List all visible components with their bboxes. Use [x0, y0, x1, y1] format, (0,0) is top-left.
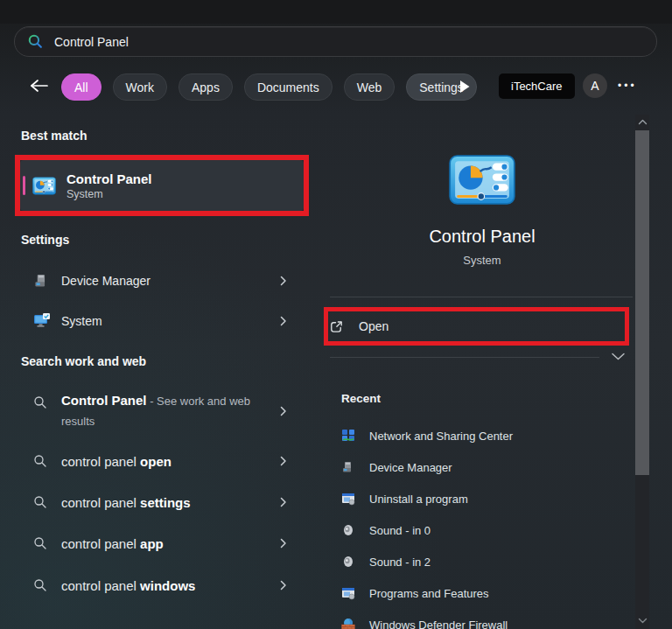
- divider: [330, 357, 599, 358]
- org-account-button[interactable]: iTechCare: [499, 73, 575, 99]
- tab-apps[interactable]: Apps: [178, 73, 233, 101]
- best-match-header: Best match: [21, 129, 87, 143]
- tab-all[interactable]: All: [61, 73, 102, 101]
- result-system[interactable]: System: [21, 304, 301, 338]
- divider: [330, 297, 633, 297]
- sound-icon: [341, 523, 355, 537]
- recent-item-uninstall-program[interactable]: Uninstall a program: [340, 486, 628, 512]
- recent-item-sound-2[interactable]: Sound - in 2: [340, 549, 628, 575]
- suggestion-open[interactable]: control panel open: [21, 444, 301, 478]
- search-suggestion-icon: [33, 395, 47, 409]
- search-web-section-header: Search work and web: [21, 354, 146, 368]
- result-device-manager[interactable]: Device Manager: [21, 264, 301, 297]
- chevron-right-icon: [280, 406, 287, 416]
- best-match-title: Control Panel: [66, 171, 152, 187]
- chevron-right-icon: [280, 316, 287, 326]
- recent-item-label: Device Manager: [369, 461, 452, 474]
- chevron-right-icon: [280, 580, 287, 591]
- search-icon: [27, 33, 44, 50]
- suggestion-label: control panel settings: [61, 495, 191, 510]
- suggestion-windows[interactable]: control panel windows: [21, 569, 301, 602]
- recent-item-label: Uninstall a program: [369, 493, 468, 506]
- search-suggestion-icon: [33, 454, 47, 468]
- suggestion-settings[interactable]: control panel settings: [21, 486, 301, 519]
- search-bar[interactable]: [14, 26, 657, 57]
- search-suggestion-icon: [33, 495, 47, 509]
- uninstall-program-icon: [341, 492, 355, 506]
- chevron-right-icon: [280, 456, 287, 466]
- more-options-button[interactable]: •••: [618, 73, 637, 98]
- suggestion-label: Control Panel - See work and web results: [61, 391, 276, 431]
- search-input[interactable]: [52, 34, 581, 50]
- recent-item-network-sharing[interactable]: Network and Sharing Center: [340, 423, 628, 449]
- recent-item-defender-firewall[interactable]: Windows Defender Firewall: [340, 612, 628, 629]
- recent-item-programs-features[interactable]: Programs and Features: [340, 580, 628, 606]
- result-label: System: [61, 314, 102, 328]
- device-manager-icon: [33, 273, 50, 290]
- recent-item-device-manager[interactable]: Device Manager: [340, 454, 628, 480]
- best-match-result[interactable]: Control Panel System: [20, 160, 304, 211]
- open-label: Open: [359, 319, 388, 333]
- tabs-overflow-icon[interactable]: [460, 80, 470, 93]
- recent-item-label: Sound - in 2: [369, 556, 430, 569]
- collapse-chevron-down-icon[interactable]: [611, 352, 626, 361]
- selection-accent-bar: [23, 176, 25, 195]
- control-panel-app-icon-large: [449, 155, 515, 205]
- chevron-right-icon: [280, 276, 287, 286]
- search-flyout: All Work Apps Documents Web Settings iTe…: [0, 0, 672, 629]
- preview-app-title: Control Panel: [315, 227, 649, 247]
- recent-item-sound-0[interactable]: Sound - in 0: [340, 517, 628, 543]
- search-suggestion-icon: [33, 578, 47, 592]
- suggestion-app[interactable]: control panel app: [21, 527, 301, 560]
- tab-work[interactable]: Work: [113, 73, 167, 101]
- recent-item-label: Windows Defender Firewall: [369, 619, 508, 629]
- settings-section-header: Settings: [21, 233, 69, 247]
- suggestion-label: control panel open: [61, 454, 172, 469]
- window-top-strip: [0, 0, 672, 24]
- recent-item-label: Network and Sharing Center: [369, 430, 513, 443]
- open-action[interactable]: Open: [328, 311, 625, 341]
- suggestion-label: control panel windows: [61, 578, 195, 593]
- firewall-icon: [341, 618, 355, 629]
- best-match-subtitle: System: [66, 187, 152, 201]
- programs-features-icon: [341, 586, 355, 600]
- recent-item-label: Programs and Features: [369, 587, 489, 600]
- sound-icon: [341, 555, 355, 569]
- filter-tabs: All Work Apps Documents Web Settings: [61, 73, 477, 101]
- chevron-right-icon: [280, 497, 287, 507]
- system-icon: [33, 312, 51, 330]
- recent-item-label: Sound - in 0: [369, 524, 430, 537]
- user-avatar[interactable]: A: [583, 73, 607, 98]
- preview-app-subtitle: System: [315, 254, 649, 267]
- suggestion-label: control panel app: [61, 536, 164, 551]
- suggestion-see-web-results[interactable]: Control Panel - See work and web results: [21, 387, 301, 436]
- scroll-up-icon[interactable]: [638, 119, 648, 125]
- device-manager-icon: [341, 460, 355, 474]
- network-sharing-icon: [341, 429, 355, 443]
- chevron-right-icon: [280, 538, 287, 549]
- scrollbar-thumb[interactable]: [635, 130, 649, 475]
- result-label: Device Manager: [61, 274, 150, 288]
- scroll-down-icon[interactable]: [638, 618, 648, 624]
- tab-documents[interactable]: Documents: [244, 73, 332, 101]
- back-arrow-icon[interactable]: [30, 79, 49, 93]
- control-panel-icon: [32, 177, 56, 195]
- recent-section-header: Recent: [341, 392, 381, 405]
- open-external-icon: [328, 318, 345, 335]
- tab-web[interactable]: Web: [344, 73, 396, 101]
- search-suggestion-icon: [33, 536, 47, 550]
